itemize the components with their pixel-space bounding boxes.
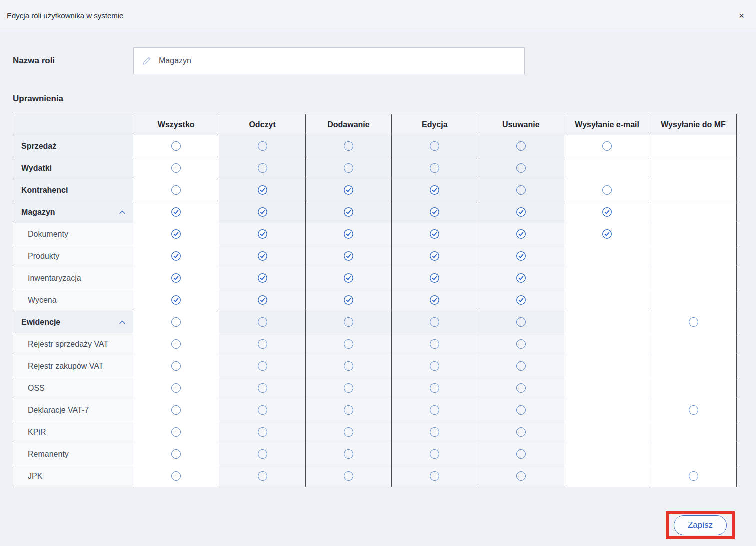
radio-unchecked-icon[interactable]: [344, 340, 353, 349]
radio-unchecked-icon[interactable]: [258, 164, 267, 173]
check-circle-icon[interactable]: [343, 273, 354, 284]
radio-unchecked-icon[interactable]: [516, 362, 526, 371]
check-circle-icon[interactable]: [429, 207, 440, 218]
radio-unchecked-icon[interactable]: [516, 384, 526, 393]
permission-cell: [650, 400, 736, 422]
radio-unchecked-icon[interactable]: [258, 362, 267, 371]
radio-unchecked-icon[interactable]: [171, 340, 181, 349]
radio-unchecked-icon[interactable]: [430, 406, 439, 415]
radio-unchecked-icon[interactable]: [344, 318, 353, 327]
check-circle-icon[interactable]: [343, 207, 354, 218]
check-circle-icon[interactable]: [516, 273, 526, 284]
permission-cell: [392, 444, 478, 466]
check-circle-icon[interactable]: [516, 251, 526, 262]
check-circle-icon[interactable]: [429, 273, 440, 284]
radio-unchecked-icon[interactable]: [258, 406, 267, 415]
radio-unchecked-icon[interactable]: [516, 318, 526, 327]
check-circle-icon[interactable]: [171, 207, 181, 218]
radio-unchecked-icon[interactable]: [258, 384, 267, 393]
check-circle-icon[interactable]: [516, 207, 526, 218]
radio-unchecked-icon[interactable]: [344, 362, 353, 371]
radio-unchecked-icon[interactable]: [602, 186, 612, 195]
radio-unchecked-icon[interactable]: [689, 472, 698, 481]
radio-unchecked-icon[interactable]: [171, 186, 181, 195]
check-circle-icon[interactable]: [516, 295, 526, 306]
radio-unchecked-icon[interactable]: [516, 340, 526, 349]
check-circle-icon[interactable]: [257, 185, 268, 196]
check-circle-icon[interactable]: [343, 229, 354, 240]
check-circle-icon[interactable]: [257, 229, 268, 240]
radio-unchecked-icon[interactable]: [516, 142, 526, 151]
permission-cell: [133, 224, 219, 246]
check-circle-icon[interactable]: [343, 251, 354, 262]
radio-unchecked-icon[interactable]: [516, 406, 526, 415]
row-label: Rejestr sprzedaży VAT: [28, 340, 108, 349]
radio-unchecked-icon[interactable]: [344, 164, 353, 173]
radio-unchecked-icon[interactable]: [430, 472, 439, 481]
radio-unchecked-icon[interactable]: [344, 472, 353, 481]
radio-unchecked-icon[interactable]: [171, 472, 181, 481]
radio-unchecked-icon[interactable]: [344, 450, 353, 459]
empty-cell: [650, 422, 736, 444]
radio-unchecked-icon[interactable]: [171, 450, 181, 459]
radio-unchecked-icon[interactable]: [602, 142, 612, 151]
column-header: Edycja: [392, 114, 478, 136]
check-circle-icon[interactable]: [257, 295, 268, 306]
radio-unchecked-icon[interactable]: [344, 142, 353, 151]
radio-unchecked-icon[interactable]: [516, 186, 526, 195]
save-button[interactable]: Zapisz: [674, 516, 727, 536]
check-circle-icon[interactable]: [257, 273, 268, 284]
check-circle-icon[interactable]: [429, 295, 440, 306]
radio-unchecked-icon[interactable]: [344, 428, 353, 437]
check-circle-icon[interactable]: [429, 185, 440, 196]
check-circle-icon[interactable]: [257, 251, 268, 262]
check-circle-icon[interactable]: [429, 251, 440, 262]
radio-unchecked-icon[interactable]: [171, 428, 181, 437]
radio-unchecked-icon[interactable]: [430, 362, 439, 371]
radio-unchecked-icon[interactable]: [516, 472, 526, 481]
check-circle-icon[interactable]: [343, 185, 354, 196]
radio-unchecked-icon[interactable]: [689, 406, 698, 415]
radio-unchecked-icon[interactable]: [516, 164, 526, 173]
radio-unchecked-icon[interactable]: [344, 384, 353, 393]
radio-unchecked-icon[interactable]: [689, 318, 698, 327]
table-row: Kontrahenci: [13, 180, 737, 202]
radio-unchecked-icon[interactable]: [516, 428, 526, 437]
radio-unchecked-icon[interactable]: [171, 164, 181, 173]
check-circle-icon[interactable]: [602, 207, 612, 218]
row-label-cell: Ewidencje: [13, 312, 133, 334]
radio-unchecked-icon[interactable]: [171, 406, 181, 415]
close-icon[interactable]: ×: [737, 9, 746, 22]
radio-unchecked-icon[interactable]: [258, 142, 267, 151]
check-circle-icon[interactable]: [257, 207, 268, 218]
check-circle-icon[interactable]: [171, 295, 181, 306]
radio-unchecked-icon[interactable]: [430, 318, 439, 327]
chevron-up-icon[interactable]: [118, 208, 126, 216]
radio-unchecked-icon[interactable]: [258, 472, 267, 481]
check-circle-icon[interactable]: [343, 295, 354, 306]
check-circle-icon[interactable]: [516, 229, 526, 240]
radio-unchecked-icon[interactable]: [258, 428, 267, 437]
check-circle-icon[interactable]: [602, 229, 612, 240]
radio-unchecked-icon[interactable]: [516, 450, 526, 459]
radio-unchecked-icon[interactable]: [430, 384, 439, 393]
radio-unchecked-icon[interactable]: [258, 318, 267, 327]
chevron-up-icon[interactable]: [118, 318, 126, 326]
radio-unchecked-icon[interactable]: [171, 142, 181, 151]
radio-unchecked-icon[interactable]: [430, 428, 439, 437]
check-circle-icon[interactable]: [171, 251, 181, 262]
radio-unchecked-icon[interactable]: [430, 450, 439, 459]
radio-unchecked-icon[interactable]: [171, 384, 181, 393]
radio-unchecked-icon[interactable]: [430, 164, 439, 173]
check-circle-icon[interactable]: [171, 229, 181, 240]
radio-unchecked-icon[interactable]: [258, 340, 267, 349]
role-name-field[interactable]: Magazyn: [133, 48, 525, 74]
check-circle-icon[interactable]: [429, 229, 440, 240]
radio-unchecked-icon[interactable]: [430, 142, 439, 151]
check-circle-icon[interactable]: [171, 273, 181, 284]
radio-unchecked-icon[interactable]: [430, 340, 439, 349]
radio-unchecked-icon[interactable]: [171, 318, 181, 327]
radio-unchecked-icon[interactable]: [344, 406, 353, 415]
radio-unchecked-icon[interactable]: [171, 362, 181, 371]
radio-unchecked-icon[interactable]: [258, 450, 267, 459]
